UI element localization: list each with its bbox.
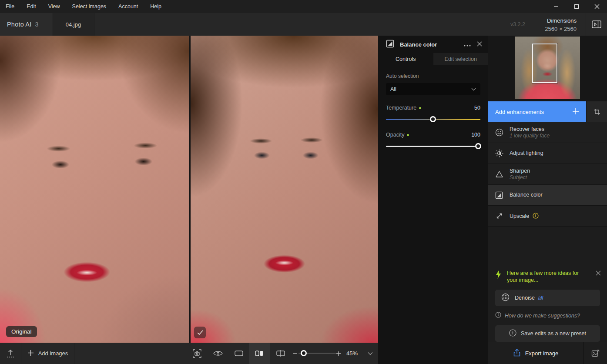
- denoise-icon: [501, 293, 510, 303]
- crop-icon[interactable]: [586, 101, 607, 122]
- temperature-slider[interactable]: [386, 116, 480, 122]
- opacity-slider-thumb[interactable]: [475, 143, 481, 149]
- dismiss-suggestions-icon[interactable]: [596, 270, 601, 284]
- balance-color-panel: Balance color Controls Edit selection Au…: [378, 36, 488, 364]
- enhancements-sidebar: Add enhancements: [488, 36, 607, 364]
- upscale-icon: [494, 212, 504, 220]
- opacity-label: Opacity: [386, 132, 404, 138]
- tab-edit-selection[interactable]: Edit selection: [433, 53, 489, 65]
- before-image[interactable]: [0, 36, 189, 343]
- save-preset-label: Save edits as a new preset: [521, 331, 586, 337]
- export-image-label: Export image: [525, 350, 559, 357]
- menu-file[interactable]: File: [0, 0, 20, 13]
- save-preset-button[interactable]: Save edits as a new preset: [495, 325, 600, 342]
- menu-account[interactable]: Account: [112, 0, 144, 13]
- version-label: v3.2.2: [510, 21, 525, 27]
- auto-selection-dropdown[interactable]: All: [386, 83, 480, 95]
- topbar: Photo AI 3 04.jpg v3.2.2 Dimensions 2560…: [0, 13, 607, 36]
- image-canvas: Original: [0, 36, 378, 343]
- original-label: Original: [6, 326, 37, 337]
- dimensions-block: Dimensions 2560 × 2560: [545, 17, 577, 33]
- menu-view[interactable]: View: [42, 0, 66, 13]
- tab-controls[interactable]: Controls: [378, 53, 433, 65]
- side-by-side-view-icon[interactable]: [249, 343, 270, 364]
- single-view-icon[interactable]: [228, 343, 249, 364]
- enhancement-sharpen[interactable]: Sharpen Subject: [488, 164, 607, 185]
- plus-circle-icon: [509, 329, 516, 338]
- enhancement-recover-faces[interactable]: Recover faces 1 low quality face: [488, 122, 607, 143]
- enhancement-label: Recover faces: [510, 126, 550, 133]
- close-icon[interactable]: [587, 0, 607, 13]
- suggestions-help-text: How do we make suggestions?: [505, 313, 580, 319]
- panel-tabs: Controls Edit selection: [378, 53, 488, 65]
- lighting-icon: [494, 149, 504, 157]
- preview-snapshot-icon[interactable]: [187, 343, 208, 364]
- info-icon: [495, 312, 501, 319]
- split-view-icon[interactable]: [270, 343, 291, 364]
- denoise-qualifier: all: [538, 295, 543, 301]
- suggestion-header: Here are a few more ideas for your image…: [488, 264, 607, 284]
- app-generation: 3: [35, 21, 38, 28]
- minimize-icon[interactable]: [546, 0, 566, 13]
- modified-dot: [407, 134, 409, 136]
- modified-dot: [419, 107, 421, 109]
- export-image-button[interactable]: Export image: [488, 342, 584, 364]
- enhancement-upscale[interactable]: Upscale: [488, 206, 607, 227]
- zoom-percentage[interactable]: 45%: [346, 343, 358, 364]
- export-row: Export image: [488, 342, 607, 364]
- show-original-eye-icon[interactable]: [208, 343, 228, 364]
- after-image[interactable]: [191, 36, 378, 343]
- enhancement-label: Adjust lighting: [510, 150, 543, 157]
- suggestions-help[interactable]: How do we make suggestions?: [495, 312, 600, 319]
- file-tab-label: 04.jpg: [66, 21, 81, 28]
- add-images-label: Add images: [38, 350, 68, 357]
- maximize-icon[interactable]: [566, 0, 587, 13]
- photo-ai-app-window: File Edit View Select images Account Hel…: [0, 0, 607, 364]
- import-icon[interactable]: [0, 343, 21, 364]
- enhancement-sublabel: 1 low quality face: [510, 133, 550, 139]
- suggestion-text: Here are a few more ideas for your image…: [507, 270, 588, 284]
- denoise-button[interactable]: Denoise all: [495, 290, 600, 306]
- enhancement-label: Sharpen: [510, 168, 530, 174]
- opacity-slider[interactable]: [386, 143, 480, 149]
- app-name: Photo AI: [7, 21, 31, 28]
- lightning-icon: [495, 270, 502, 284]
- thumbnail-zone: [488, 36, 607, 101]
- export-settings-icon[interactable]: [584, 342, 607, 364]
- zoom-in-icon[interactable]: [332, 343, 345, 364]
- zoom-chevron-down-icon[interactable]: [364, 343, 377, 364]
- temperature-label: Temperature: [386, 105, 416, 111]
- export-icon: [513, 349, 520, 358]
- add-enhancements-label: Add enhancements: [495, 109, 544, 115]
- menu-edit[interactable]: Edit: [20, 0, 42, 13]
- face-detection-box: [532, 43, 557, 83]
- zoom-slider-thumb[interactable]: [301, 350, 307, 356]
- temperature-slider-thumb[interactable]: [430, 116, 436, 122]
- opacity-track[interactable]: [386, 146, 480, 147]
- opacity-row: Opacity 100: [386, 132, 480, 138]
- enhancement-label: Balance color: [510, 192, 543, 198]
- info-icon[interactable]: [533, 213, 539, 219]
- applied-check-icon: [194, 327, 206, 338]
- panel-header: Balance color: [378, 36, 488, 53]
- add-enhancements-button[interactable]: Add enhancements: [488, 101, 586, 122]
- enhancement-balance-color[interactable]: Balance color: [488, 185, 607, 206]
- dimensions-label: Dimensions: [545, 17, 577, 25]
- collapse-panel-icon[interactable]: [586, 13, 607, 36]
- plus-icon: [27, 350, 34, 357]
- close-panel-icon[interactable]: [477, 41, 482, 48]
- balance-color-icon: [386, 40, 394, 49]
- file-tab[interactable]: 04.jpg: [53, 13, 94, 36]
- more-options-icon[interactable]: [464, 41, 471, 48]
- window-controls: [546, 0, 607, 13]
- chevron-down-icon: [471, 86, 476, 92]
- image-thumbnail[interactable]: [515, 37, 580, 99]
- enhancement-adjust-lighting[interactable]: Adjust lighting: [488, 143, 607, 164]
- menu-help[interactable]: Help: [144, 0, 168, 13]
- menu-select-images[interactable]: Select images: [66, 0, 113, 13]
- enhancement-list: Recover faces 1 low quality face: [488, 122, 607, 227]
- add-images-button[interactable]: Add images: [21, 343, 74, 364]
- temperature-row: Temperature 50: [386, 105, 480, 111]
- plus-icon: [572, 108, 579, 116]
- opacity-value: 100: [471, 132, 480, 138]
